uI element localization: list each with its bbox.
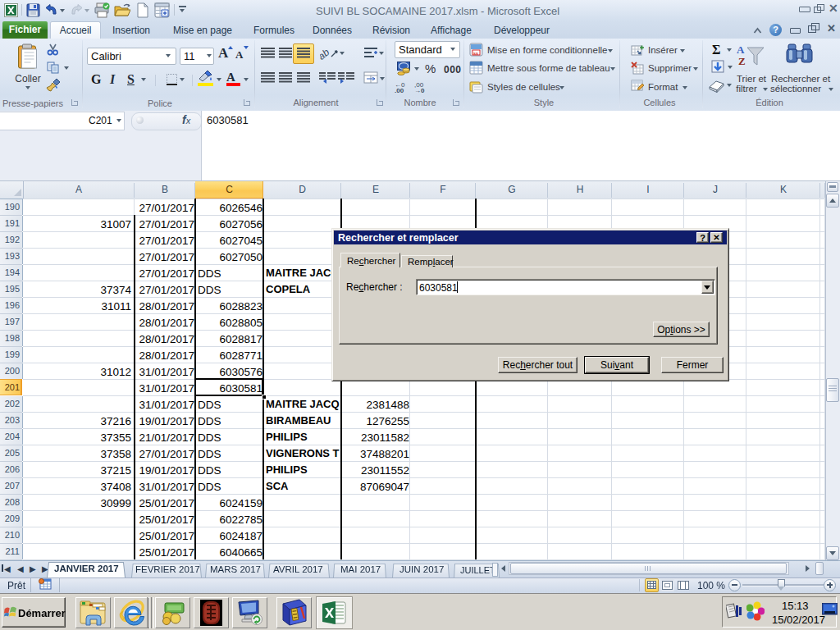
svg-text:ss: ss: [473, 51, 478, 56]
svg-text:Z: Z: [738, 55, 746, 67]
svg-text:ab: ab: [320, 46, 331, 62]
svg-text:,00: ,00: [395, 87, 404, 93]
svg-text:→0: →0: [414, 87, 425, 93]
svg-text:A: A: [737, 43, 745, 56]
